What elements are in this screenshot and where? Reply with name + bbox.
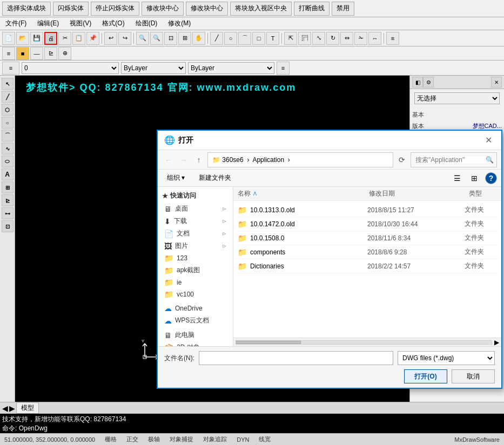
sidebar-pics-label: 图片 [175,241,188,251]
file-date-3: 2018/8/6 9:28 [367,248,465,256]
sidebar-ie-label: ie [177,279,182,286]
file-name-4: 📁 Dictionaries [238,262,367,271]
dialog-forward-btn[interactable]: → [177,153,190,166]
col-type[interactable]: 类型 [467,188,499,199]
dialog-title-text: 打开 [178,136,193,145]
dialog-refresh-btn[interactable]: ⟳ [395,153,408,166]
dialog-view-tile-btn[interactable]: ⊞ [468,172,481,185]
sidebar-item-desktop[interactable]: 🖥 桌面 ⊳ [158,203,233,215]
folder-icon-3: 📁 [238,248,247,257]
mypc-icon: 🖥 [164,331,172,340]
pics-icon: 🖼 [164,242,172,251]
col-sort-icon: ∧ [252,190,258,197]
dialog-up-btn[interactable]: ↑ [192,153,205,166]
folder-icon-4: 📁 [238,262,247,271]
search-icon: 🔍 [486,156,494,164]
sidebar-vc100-label: vc100 [177,291,194,298]
sidebar-item-123[interactable]: 📁 123 [158,252,233,264]
dialog-back-btn[interactable]: ← [162,153,175,166]
folder-icon-2: 📁 [238,234,247,242]
footer-row-filename: 文件名(N): DWG files (*.dwg) [164,351,495,365]
file-type-1: 文件夹 [465,219,497,228]
dialog-breadcrumb[interactable]: 📁 360se6 › Application › [207,152,393,167]
sidebar-item-onedrive[interactable]: ☁ OneDrive [158,302,233,314]
sidebar-apk-label: apk截图 [177,266,200,275]
desktop-icon: 🖥 [164,205,172,213]
star-icon: ★ [162,192,168,200]
dialog-body: ★ 快速访问 🖥 桌面 ⊳ ⬇ 下载 ⊳ 📄 文 [158,187,501,346]
sidebar-item-pics[interactable]: 🖼 图片 ⊳ [158,240,233,252]
file-name-2: 📁 10.0.1508.0 [238,234,367,242]
folder-123-icon: 📁 [164,254,173,262]
sidebar-item-3dobj[interactable]: 📦 3D 对象 [158,341,233,346]
sidebar-item-downloads[interactable]: ⬇ 下载 ⊳ [158,215,233,227]
sidebar-123-label: 123 [177,254,187,262]
folder-icon-1: 📁 [238,220,247,228]
file-type-3: 文件夹 [465,247,497,257]
file-type-0: 文件夹 [465,205,497,214]
dialog-sidebar: ★ 快速访问 🖥 桌面 ⊳ ⬇ 下载 ⊳ 📄 文 [158,187,233,346]
dialog-search-input[interactable] [415,156,486,164]
quick-access-label: 快速访问 [170,191,196,200]
filename-label: 文件名(N): [164,354,194,363]
docs-icon: 📄 [164,230,173,238]
sidebar-wps-label: WPS云文档 [175,316,209,325]
sidebar-section-onedrive: ☁ OneDrive ☁ WPS云文档 [158,302,233,327]
dialog-organize-btn[interactable]: 组织 ▾ [162,172,190,184]
sidebar-downloads-label: 下载 [174,217,187,226]
downloads-icon: ⬇ [164,217,171,226]
sidebar-item-docs[interactable]: 📄 文档 ⊳ [158,227,233,240]
dialog-title-bar: 🌐 打开 ✕ [158,131,501,150]
folder-icon-0: 📁 [238,206,247,214]
file-date-2: 2018/11/6 8:34 [367,234,465,242]
file-date-0: 2018/8/15 11:27 [367,206,465,214]
dialog-title-icon: 🌐 [164,135,175,145]
file-name-3: 📁 components [238,248,367,257]
file-row-1[interactable]: 📁 10.0.1472.0.old 2018/10/30 16:44 文件夹 [236,217,499,231]
docs-arrow-icon: ⊳ [222,231,226,237]
file-date-1: 2018/10/30 16:44 [367,220,465,228]
file-type-2: 文件夹 [465,233,497,242]
file-row-4[interactable]: 📁 Dictionaries 2018/2/2 14:57 文件夹 [236,259,499,273]
dialog-close-button[interactable]: ✕ [482,134,495,147]
footer-row-buttons: 打开(O) 取消 [164,369,495,383]
sidebar-docs-label: 文档 [177,229,190,238]
file-row-3[interactable]: 📁 components 2018/8/6 9:28 文件夹 [236,245,499,259]
cancel-button[interactable]: 取消 [452,369,495,383]
sidebar-quick-access-header: ★ 快速访问 [158,189,233,203]
file-name-1: 📁 10.0.1472.0.old [238,220,367,228]
onedrive-icon: ☁ [164,304,172,313]
sidebar-mypc-label: 此电脑 [175,331,194,340]
dialog-new-folder-btn[interactable]: 新建文件夹 [194,172,236,184]
dialog-title: 🌐 打开 [164,135,193,145]
downloads-arrow-icon: ⊳ [222,218,226,224]
filelist-header: 名称 ∧ 修改日期 类型 [233,187,501,201]
sidebar-item-vc100[interactable]: 📁 vc100 [158,288,233,300]
sidebar-section-pc: 🖥 此电脑 📦 3D 对象 [158,329,233,346]
file-row-0[interactable]: 📁 10.0.1313.0.old 2018/8/15 11:27 文件夹 [236,203,499,217]
dialog-overlay: 🌐 打开 ✕ ← → ↑ 📁 360se6 › Application › ⟳ … [0,0,504,445]
sidebar-item-wps[interactable]: ☁ WPS云文档 [158,314,233,327]
sidebar-onedrive-label: OneDrive [175,305,203,312]
sidebar-item-mypc[interactable]: 🖥 此电脑 [158,329,233,341]
filetype-select[interactable]: DWG files (*.dwg) [398,351,495,365]
scroll-right-btn[interactable]: ▶ [494,339,499,346]
folder-ie-icon: 📁 [164,278,173,287]
sidebar-item-apk[interactable]: 📁 apk截图 [158,264,233,277]
file-type-4: 文件夹 [465,261,497,271]
sidebar-desktop-label: 桌面 [175,204,188,213]
dialog-footer: 文件名(N): DWG files (*.dwg) 打开(O) 取消 [158,346,501,388]
open-button[interactable]: 打开(O) [404,369,447,383]
dialog-address-bar: ← → ↑ 📁 360se6 › Application › ⟳ 🔍 [158,150,501,170]
col-name[interactable]: 名称 ∧ [236,188,367,199]
filename-input[interactable] [199,351,393,365]
desktop-arrow-icon: ⊳ [222,206,226,212]
dialog-view-list-btn[interactable]: ☰ [451,172,463,185]
horizontal-scrollbar[interactable]: ▶ [233,338,501,346]
col-date[interactable]: 修改日期 [367,188,467,199]
file-row-2[interactable]: 📁 10.0.1508.0 2018/11/6 8:34 文件夹 [236,231,499,245]
dialog-help-btn[interactable]: ? [485,172,497,184]
sidebar-item-ie[interactable]: 📁 ie [158,277,233,288]
file-name-0: 📁 10.0.1313.0.old [238,206,367,214]
dialog-toolbar: 组织 ▾ 新建文件夹 ☰ ⊞ ? [158,170,501,187]
